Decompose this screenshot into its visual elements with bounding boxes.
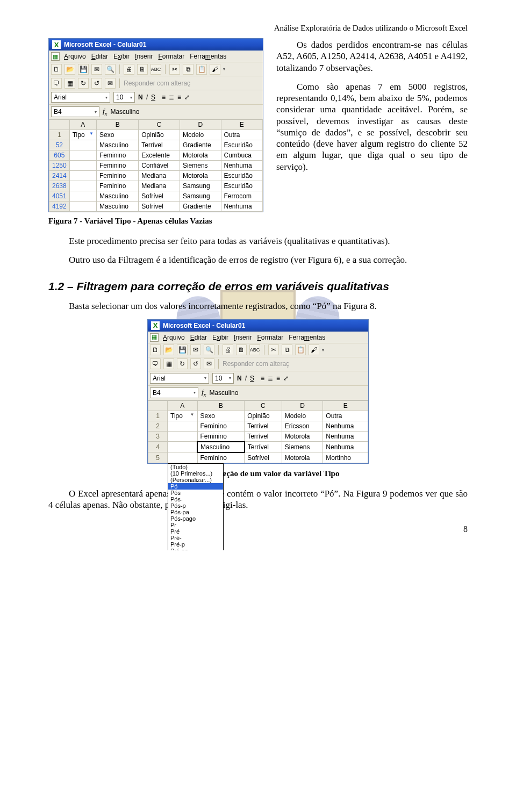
name-box[interactable]: B4▾	[51, 106, 99, 117]
bold-button[interactable]: N	[237, 375, 242, 382]
bold-button[interactable]: N	[138, 94, 143, 101]
menu-exibir[interactable]: Exibir	[113, 53, 130, 60]
open-icon[interactable]: 📂	[163, 344, 174, 355]
filter-option[interactable]: Pr	[168, 522, 223, 528]
format-painter-icon[interactable]: 🖌	[210, 64, 220, 75]
menu-formatar[interactable]: Formatar	[257, 334, 283, 341]
preview-icon[interactable]: 🗎	[236, 344, 247, 355]
filter-option[interactable]: Pó	[168, 483, 223, 490]
menu-arquivo[interactable]: Arquivo	[163, 334, 185, 341]
envelope-icon[interactable]: ✉	[204, 358, 214, 369]
align-left-icon[interactable]: ≡	[261, 375, 264, 382]
track-icon[interactable]: ↺	[190, 358, 201, 369]
show-icon[interactable]: ▦	[64, 78, 75, 89]
font-name-combo[interactable]: Arial▾	[51, 92, 110, 103]
copy-icon[interactable]: ⧉	[282, 344, 292, 355]
track-icon[interactable]: ↺	[91, 78, 102, 89]
align-right-icon[interactable]: ≡	[276, 375, 280, 382]
paste-icon[interactable]: 📋	[295, 344, 306, 355]
filter-option[interactable]: Pré-pa	[168, 548, 223, 551]
merge-icon[interactable]: ⤢	[283, 375, 289, 382]
table-row: 2638FemininoMedianaSamsungEscuridão	[49, 181, 263, 191]
filter-button-tipo[interactable]: ▼	[190, 412, 195, 417]
envelope-icon[interactable]: ✉	[105, 78, 116, 89]
table-row: 5FemininoSofrívelMotorolaMortinho	[148, 452, 368, 463]
cut-icon[interactable]: ✂	[268, 344, 279, 355]
preview-icon[interactable]: 🗎	[137, 64, 148, 75]
new-icon[interactable]: 🗋	[51, 64, 62, 75]
filter-option[interactable]: Pós-pa	[168, 509, 223, 515]
formatting-toolbar: Arial▾ 10▾ N I S ≡ ≣ ≡ ⤢	[49, 90, 263, 105]
filter-dropdown-list[interactable]: (Tudo)(10 Primeiros...)(Personalizar...)…	[168, 463, 224, 551]
filter-button-tipo[interactable]: ▼	[89, 131, 94, 136]
menu-ferramentas[interactable]: Ferramentas	[289, 334, 325, 341]
new-icon[interactable]: 🗋	[150, 344, 161, 355]
fx-icon[interactable]: fx	[103, 107, 107, 117]
print-icon[interactable]: 🖨	[124, 64, 134, 75]
merge-icon[interactable]: ⤢	[184, 94, 190, 101]
format-painter-icon[interactable]: 🖌	[309, 344, 319, 355]
filter-option[interactable]: (Personalizar...)	[168, 477, 223, 483]
mail-icon[interactable]: ✉	[91, 64, 102, 75]
search-icon[interactable]: 🔍	[105, 64, 116, 75]
fig8-caption: Figura 8 - Seleção de um valor da variáv…	[48, 469, 468, 478]
align-center-icon[interactable]: ≣	[268, 375, 273, 382]
fig7-caption: Figura 7 - Variável Tipo - Apenas célula…	[48, 217, 468, 226]
table-row: 4MasculinoTerrívelSiemensNenhuma	[148, 442, 368, 452]
filter-option[interactable]: Pós-p	[168, 502, 223, 509]
open-icon[interactable]: 📂	[64, 64, 75, 75]
table-row: 2FemininoTerrívelEricssonNenhuma	[148, 421, 368, 431]
menu-editar[interactable]: Editar	[190, 334, 207, 341]
filter-option[interactable]: Pré	[168, 528, 223, 535]
menu-ferramentas[interactable]: Ferramentas	[190, 53, 226, 60]
fx-icon[interactable]: fx	[202, 388, 206, 398]
spell-icon[interactable]: ABC	[249, 344, 260, 355]
accept-icon[interactable]: ↻	[78, 78, 89, 89]
titlebar: X Microsoft Excel - Celular01	[148, 320, 368, 332]
paste-icon[interactable]: 📋	[196, 64, 207, 75]
comment-icon[interactable]: 🗨	[51, 78, 62, 89]
italic-button[interactable]: I	[245, 375, 247, 382]
font-name-combo[interactable]: Arial▾	[150, 373, 209, 384]
align-left-icon[interactable]: ≡	[162, 94, 166, 101]
menu-editar[interactable]: Editar	[91, 53, 108, 60]
filter-option[interactable]: Pós-	[168, 496, 223, 502]
font-size-combo[interactable]: 10▾	[212, 373, 234, 384]
underline-button[interactable]: S	[250, 375, 254, 382]
spreadsheet-grid[interactable]: A B C D E 1 Tipo▼ Sexo Opinião Modelo Ou…	[49, 119, 263, 212]
comment-icon[interactable]: 🗨	[150, 358, 161, 369]
font-size-combo[interactable]: 10▾	[113, 92, 135, 103]
menu-exibir[interactable]: Exibir	[212, 334, 228, 341]
menu-inserir[interactable]: Inserir	[135, 53, 153, 60]
menu-arquivo[interactable]: Arquivo	[64, 53, 86, 60]
accept-icon[interactable]: ↻	[177, 358, 188, 369]
filter-option[interactable]: Pré-p	[168, 541, 223, 548]
filter-option[interactable]: Pós	[168, 490, 223, 496]
show-icon[interactable]: ▦	[163, 358, 174, 369]
filter-option[interactable]: (10 Primeiros...)	[168, 470, 223, 477]
print-icon[interactable]: 🖨	[223, 344, 233, 355]
save-icon[interactable]: 💾	[78, 64, 89, 75]
search-icon[interactable]: 🔍	[204, 344, 214, 355]
menubar: ▦ Arquivo Editar Exibir Inserir Formatar…	[148, 332, 368, 343]
filter-option[interactable]: Pós-pago	[168, 515, 223, 522]
copy-icon[interactable]: ⧉	[183, 64, 194, 75]
align-right-icon[interactable]: ≡	[177, 94, 181, 101]
mail-icon[interactable]: ✉	[190, 344, 201, 355]
paragraph: Este procedimento precisa ser feito para…	[48, 235, 468, 247]
table-row: 1250FemininoConfiávelSiemensNenhuma	[49, 161, 263, 171]
menu-formatar[interactable]: Formatar	[158, 53, 184, 60]
menu-inserir[interactable]: Inserir	[234, 334, 252, 341]
cut-icon[interactable]: ✂	[169, 64, 180, 75]
spell-icon[interactable]: ABC	[150, 64, 161, 75]
formula-bar: B4▾ fx Masculino	[49, 105, 263, 119]
spreadsheet-grid[interactable]: A B C D E 1 Tipo▼ Sexo Opinião Modelo Ou…	[148, 400, 368, 463]
italic-button[interactable]: I	[146, 94, 148, 101]
header-row: 1 Tipo▼ Sexo Opinião Modelo Outra	[49, 130, 263, 140]
align-center-icon[interactable]: ≣	[169, 94, 174, 101]
underline-button[interactable]: S	[151, 94, 155, 101]
filter-option[interactable]: (Tudo)	[168, 464, 223, 470]
save-icon[interactable]: 💾	[177, 344, 188, 355]
name-box[interactable]: B4▾	[150, 387, 198, 398]
filter-option[interactable]: Pré-	[168, 535, 223, 541]
